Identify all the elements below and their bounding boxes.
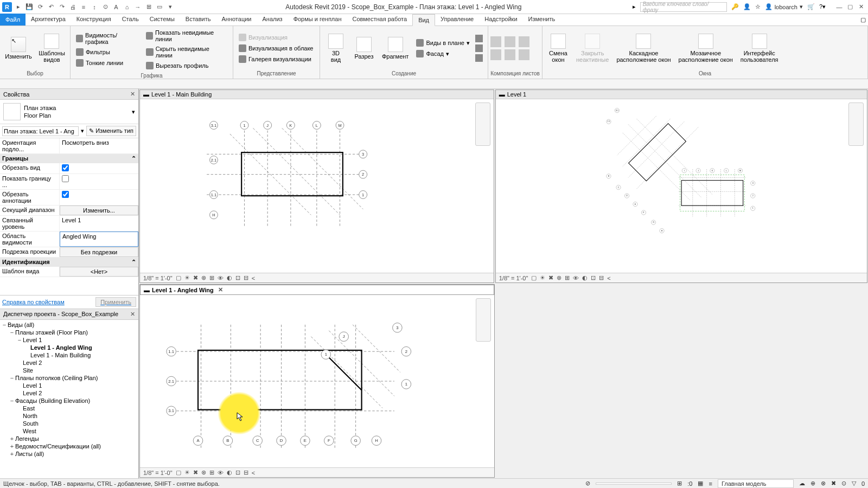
info-icon[interactable]: ▸ [633, 3, 636, 10]
status-icon[interactable]: ▦ [698, 480, 703, 487]
ribbon-tab[interactable]: Изменить [523, 14, 561, 25]
properties-help-link[interactable]: Справка по свойствам [2, 299, 65, 305]
plan-views-button[interactable]: Виды в плане ▾ [414, 38, 471, 48]
file-tab[interactable]: Файл [0, 14, 25, 25]
ribbon-tab[interactable]: Формы и генплан [288, 14, 347, 25]
apply-button[interactable]: Применить [95, 297, 136, 307]
view-templates-button[interactable]: Шаблоны видов [36, 33, 68, 64]
quick-access-toolbar[interactable]: ▸ 💾 ⟳ ↶ ↷ 🖨 ≡ ↕ ⊙ A ⌂ → ⊞ ▭ ▾ [14, 3, 175, 11]
tree-item[interactable]: Level 1 [1, 382, 137, 389]
user-menu[interactable]: 👤loboarch▾ [765, 3, 803, 10]
instance-combo[interactable]: План этажа: Level 1 - Ang [2, 126, 79, 136]
sheet-icon[interactable] [490, 36, 501, 47]
cut-profile-button[interactable]: Вырезать профиль [144, 61, 229, 70]
chevron-down-icon[interactable]: ▾ [132, 108, 135, 115]
project-browser-tree[interactable]: −Виды (all)−Планы этажей (Floor Plan)−Le… [0, 320, 138, 479]
section-button[interactable]: Разрез [350, 36, 378, 61]
ribbon-tab[interactable]: Системы [144, 14, 180, 25]
filters-button[interactable]: Фильтры [74, 47, 141, 57]
callout-button[interactable]: Фрагмент [379, 36, 412, 61]
tree-item[interactable]: Level 2 [1, 359, 137, 367]
status-icon[interactable]: ⊙ [841, 480, 846, 487]
ribbon-tab[interactable]: Аннотации [216, 14, 257, 25]
ui-button[interactable]: Интерфейс пользователя [737, 33, 782, 64]
tree-item[interactable]: −Виды (all) [1, 321, 137, 329]
status-icon[interactable]: ⊗ [821, 480, 826, 487]
person-icon[interactable]: 👤 [743, 3, 751, 10]
maximize-button[interactable]: ▢ [845, 3, 855, 11]
cascade-button[interactable]: Каскадное расположение окон [613, 33, 674, 64]
sheet-icon[interactable] [505, 36, 515, 47]
tree-item[interactable]: South [1, 420, 137, 427]
cart-icon[interactable]: 🛒 [807, 3, 815, 10]
render-cloud-button[interactable]: Визуализация в облаке [237, 43, 316, 53]
properties-grid[interactable]: Ориентация подло...Посмотреть внизГраниц… [0, 138, 138, 295]
ribbon-tab[interactable]: Анализ [257, 14, 288, 25]
open-icon[interactable]: ▸ [14, 3, 23, 11]
view-level-1[interactable]: ▬Level 1 3.1 2.1 B [495, 89, 867, 283]
tile-button[interactable]: Мозаичное расположение окон [675, 33, 736, 64]
arrow-icon[interactable]: → [133, 3, 142, 11]
close-icon[interactable]: ✕ [130, 311, 135, 318]
edit-type-button[interactable]: ✎ Изменить тип [86, 126, 136, 136]
view-angled-wing[interactable]: ▬Level 1 - Angled Wing✕ 1.1 2.1 3.1 [139, 284, 495, 478]
tag-icon[interactable]: ⊙ [101, 3, 110, 11]
more-icon[interactable]: ▾ [166, 3, 175, 11]
ribbon-tab[interactable]: Сталь [117, 14, 144, 25]
visibility-button[interactable]: Видимость/ графика [74, 31, 141, 46]
sheet-icon[interactable] [490, 49, 501, 60]
dim-icon[interactable]: ↕ [90, 3, 99, 11]
save-icon[interactable]: 💾 [25, 3, 34, 11]
view-control-bar[interactable]: 1/8" = 1'-0"▢☀✖⊗⊞👁◐⊡⊟< [140, 467, 494, 477]
help-icon[interactable]: ?▾ [819, 3, 826, 10]
ribbon-tab[interactable]: Совместная работа [347, 14, 412, 25]
tree-item[interactable]: Site [1, 367, 137, 374]
close-button[interactable]: ✕ [856, 3, 866, 11]
tree-item[interactable]: Level 1 - Angled Wing [1, 344, 137, 351]
tree-item[interactable]: Level 1 - Main Building [1, 351, 137, 359]
render-button[interactable]: Визуализация [237, 33, 316, 42]
redo-icon[interactable]: ↷ [58, 3, 66, 11]
status-icon[interactable]: ⊘ [585, 480, 590, 487]
status-icon[interactable]: ⊞ [677, 480, 682, 487]
tree-item[interactable]: −Фасады (Building Elevation) [1, 397, 137, 404]
3d-view-button[interactable]: 3D вид [322, 33, 349, 64]
text-icon[interactable]: A [112, 3, 120, 11]
tree-item[interactable]: East [1, 404, 137, 412]
view-main-building[interactable]: ▬Level 1 - Main Building 1 J K L M [139, 89, 494, 283]
tree-item[interactable]: −Level 1 [1, 336, 137, 344]
sheet-icon[interactable] [505, 49, 515, 60]
tree-item[interactable]: West [1, 427, 137, 435]
ribbon-collapse-icon[interactable]: ▢ [858, 14, 868, 25]
ribbon-tab[interactable]: Управление [435, 14, 479, 25]
close-icon[interactable]: ✕ [218, 286, 223, 293]
status-icon[interactable]: ⊕ [810, 480, 815, 487]
modify-button[interactable]: ↖Изменить [2, 36, 35, 61]
ribbon-tab[interactable]: Вставить [180, 14, 216, 25]
type-selector[interactable]: План этажаFloor Plan ▾ [0, 100, 138, 124]
close-icon[interactable]: ✕ [130, 91, 135, 98]
view-control-bar[interactable]: 1/8" = 1'-0"▢☀✖⊗⊞👁◐⊡⊟< [140, 273, 494, 282]
filter-icon[interactable]: ▽ [852, 480, 856, 487]
model-combo[interactable]: Главная модель [718, 479, 794, 488]
view-control-bar[interactable]: 1/8" = 1'-0"▢☀✖⊗⊞👁◐⊡⊟< [496, 273, 867, 282]
home-icon[interactable]: ⌂ [123, 3, 131, 11]
sync-icon[interactable]: ⟳ [36, 3, 44, 11]
thin-lines-button[interactable]: Тонкие линии [74, 58, 141, 68]
ribbon-tab[interactable]: Архитектура [25, 14, 71, 25]
nav-cube[interactable] [848, 102, 864, 146]
ribbon-tab[interactable]: Надстройки [479, 14, 522, 25]
switch-windows-button[interactable]: Смена окон [545, 33, 572, 64]
minimize-button[interactable]: — [834, 3, 844, 11]
ribbon-tab[interactable]: Конструкция [71, 14, 117, 25]
key-icon[interactable]: 🔑 [731, 3, 739, 10]
tree-item[interactable]: −Планы потолков (Ceiling Plan) [1, 374, 137, 382]
nav-cube[interactable] [475, 102, 490, 146]
print-icon[interactable]: 🖨 [68, 3, 77, 11]
tree-item[interactable]: +Листы (all) [1, 450, 137, 458]
close-inactive-button[interactable]: Закрыть неактивные [573, 33, 612, 64]
sheet-icon[interactable] [519, 49, 529, 60]
search-input[interactable]: Введите ключевое слово/фразу [640, 2, 727, 12]
worksets-combo[interactable] [596, 483, 672, 485]
elevation-button[interactable]: Фасад ▾ [414, 49, 471, 59]
